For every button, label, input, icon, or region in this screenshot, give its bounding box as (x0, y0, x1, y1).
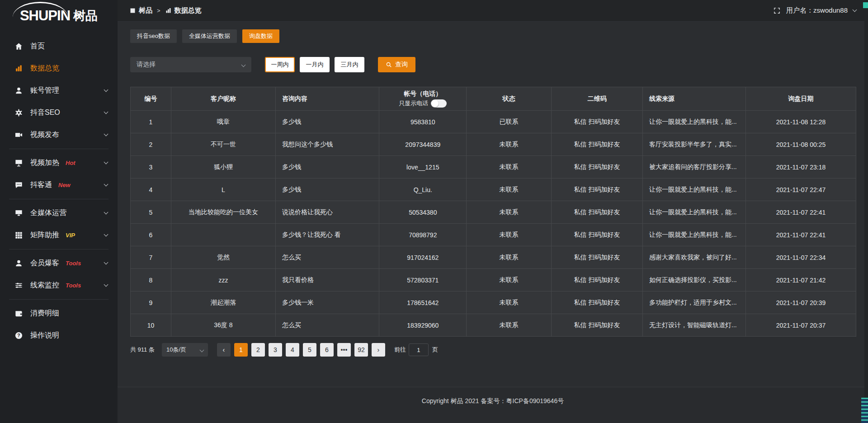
cell-qrcode[interactable]: 私信 扫码加好友 (551, 179, 642, 201)
sidebar-item-label: 矩阵助推 (30, 230, 59, 240)
cell-source[interactable]: 让你一眼就爱上的黑科技，能... (643, 111, 746, 133)
cell-qrcode[interactable]: 私信 扫码加好友 (551, 111, 642, 133)
logo-arc (13, 2, 68, 17)
cell-status: 未联系 (467, 133, 552, 156)
cell-source[interactable]: 被大家追着问的客厅投影分享... (643, 156, 746, 179)
cell-qrcode[interactable]: 私信 扫码加好友 (551, 314, 642, 337)
tab-inquiry-data[interactable]: 询盘数据 (242, 29, 279, 43)
page-button-2[interactable]: 2 (251, 343, 265, 357)
table-row: 6多少钱？让我死心 看70898792未联系私信 扫码加好友让你一眼就爱上的黑科… (131, 224, 856, 246)
cell-status: 未联系 (467, 201, 552, 224)
cell-qrcode[interactable]: 私信 扫码加好友 (551, 224, 642, 246)
sidebar-item-label: 首页 (30, 42, 45, 51)
svg-text:?: ? (17, 333, 20, 338)
cell-source[interactable]: 让你一眼就爱上的黑科技，能... (643, 201, 746, 224)
chevron-down-icon (104, 110, 108, 114)
sidebar-item-douyin-seo[interactable]: 抖音SEO (0, 102, 118, 124)
sidebar-item-help[interactable]: ?操作说明 (0, 324, 118, 347)
scroll-widget-top[interactable] (863, 2, 868, 8)
total-count: 共 911 条 (130, 346, 155, 354)
page-button-3[interactable]: 3 (269, 343, 282, 357)
next-page-button[interactable]: › (372, 343, 385, 357)
cell-qrcode[interactable]: 私信 扫码加好友 (551, 201, 642, 224)
phone-only-toggle[interactable] (431, 99, 447, 108)
breadcrumb: 树品 > 数据总览 (129, 6, 202, 15)
chevron-down-icon (104, 232, 108, 237)
breadcrumb-item-current[interactable]: 数据总览 (165, 6, 202, 15)
page-button-6[interactable]: 6 (320, 343, 334, 357)
tab-douyin-seo-data[interactable]: 抖音seo数据 (130, 29, 177, 43)
cell-qrcode[interactable]: 私信 扫码加好友 (551, 269, 642, 291)
logo-text-cn: 树品 (73, 8, 98, 24)
monitor-icon (14, 209, 23, 217)
cell-source[interactable]: 客厅安装投影半年多了，真实... (643, 133, 746, 156)
chevron-down-icon (104, 132, 108, 136)
page-button-5[interactable]: 5 (303, 343, 316, 357)
chevron-down-icon[interactable] (853, 8, 857, 12)
scrollbar-rail[interactable] (864, 0, 868, 423)
sidebar-item-clue-monitor[interactable]: 线索监控Tools (0, 274, 118, 296)
cell-source[interactable]: 感谢大家喜欢我家，被问了好... (643, 246, 746, 269)
cell-qrcode[interactable]: 私信 扫码加好友 (551, 156, 642, 179)
filter-select[interactable]: 请选择 (130, 57, 251, 72)
search-button[interactable]: 查询 (378, 57, 415, 72)
page-button-1[interactable]: 1 (234, 343, 248, 357)
column-header: 询盘日期 (745, 87, 856, 111)
period-button-1[interactable]: 一月内 (300, 57, 330, 72)
page-size-select[interactable]: 10条/页 (162, 343, 208, 357)
cell-qrcode[interactable]: 私信 扫码加好友 (551, 133, 642, 156)
cell-source[interactable]: 无主灯设计，智能磁吸轨道灯... (643, 314, 746, 337)
cell-content: 怎么买 (275, 246, 379, 269)
cell-status: 未联系 (467, 156, 552, 179)
prev-page-button[interactable]: ‹ (217, 343, 231, 357)
sidebar-item-media-operation[interactable]: 全媒体运营 (0, 202, 118, 224)
sidebar-item-expense-detail[interactable]: 消费明细 (0, 302, 118, 324)
cell-nickname: 不可一世 (171, 133, 275, 156)
sidebar-item-member-baoke[interactable]: 会员爆客Tools (0, 252, 118, 274)
cell-source[interactable]: 多功能护栏灯，适用于乡村文... (643, 291, 746, 314)
sidebar-item-label: 操作说明 (30, 331, 59, 340)
cell-status: 未联系 (467, 224, 552, 246)
content: 抖音seo数据全媒体运营数据询盘数据 请选择 一周内一月内三月内 查询 编号客户… (118, 22, 868, 387)
chevron-down-icon (104, 260, 108, 265)
period-button-0[interactable]: 一周内 (265, 57, 295, 72)
cell-no: 1 (131, 111, 171, 133)
table-row: 2不可一世我想问这个多少钱2097344839未联系私信 扫码加好友客厅安装投影… (131, 133, 856, 156)
column-header: 咨询内容 (275, 87, 379, 111)
cell-qrcode[interactable]: 私信 扫码加好友 (551, 291, 642, 314)
copyright-text: Copyright 树品 2021 备案号：粤ICP备09019646号 (422, 397, 564, 405)
username[interactable]: 用户名：zswodun88 (786, 6, 848, 15)
period-button-2[interactable]: 三月内 (335, 57, 364, 72)
column-header-label: 编号 (135, 95, 166, 103)
goto-page-input[interactable] (409, 343, 429, 356)
cell-date: 2021-11-08 00:25 (745, 133, 856, 156)
sidebar-item-account-manage[interactable]: 账号管理 (0, 80, 118, 102)
sidebar-item-label: 会员爆客 (30, 258, 59, 268)
breadcrumb-item-app[interactable]: 树品 (129, 6, 152, 15)
bar-chart-icon (14, 64, 23, 73)
cell-date: 2021-11-07 22:47 (745, 179, 856, 201)
floating-widget[interactable] (861, 398, 868, 423)
sidebar-item-home[interactable]: 首页 (0, 35, 118, 57)
cell-qrcode[interactable]: 私信 扫码加好友 (551, 246, 642, 269)
cell-source[interactable]: 让你一眼就爱上的黑科技，能... (643, 179, 746, 201)
sidebar-item-overview[interactable]: 数据总览 (0, 57, 118, 80)
page-ellipsis-button[interactable]: ••• (337, 343, 351, 357)
cell-source[interactable]: 让你一眼就爱上的黑科技，能... (643, 224, 746, 246)
tab-media-data[interactable]: 全媒体运营数据 (182, 29, 237, 43)
sidebar-item-badge: New (58, 182, 71, 188)
sidebar-item-video-publish[interactable]: 视频发布 (0, 124, 118, 146)
sidebar-item-badge: Tools (66, 282, 81, 289)
filter-bar: 请选择 一周内一月内三月内 查询 (130, 57, 856, 72)
cell-content: 我只看价格 (275, 269, 379, 291)
sidebar-item-video-heat[interactable]: 视频加热Hot (0, 152, 118, 174)
sidebar-item-doukertong[interactable]: 抖客通New (0, 174, 118, 196)
page-button-92[interactable]: 92 (354, 343, 368, 357)
period-buttons: 一周内一月内三月内 (265, 57, 364, 72)
cell-source[interactable]: 如何正确选择投影仪，买投影... (643, 269, 746, 291)
sidebar-item-label: 视频发布 (30, 130, 59, 140)
page-button-4[interactable]: 4 (286, 343, 299, 357)
fullscreen-icon[interactable] (773, 7, 781, 14)
sidebar-item-matrix-boost[interactable]: 矩阵助推VIP (0, 224, 118, 246)
cell-status: 未联系 (467, 314, 552, 337)
